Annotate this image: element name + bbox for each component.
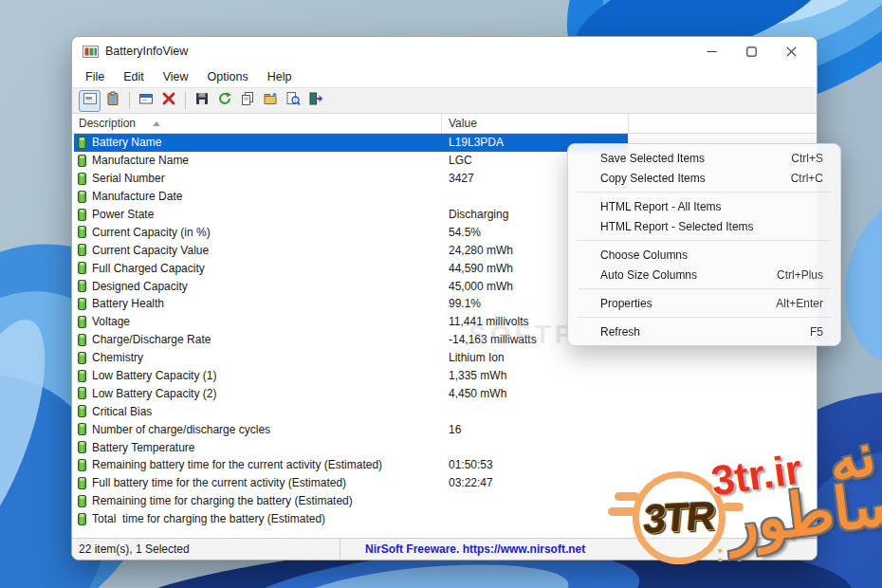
battery-icon [78, 495, 86, 507]
menubar-item-file[interactable]: File [76, 67, 114, 86]
table-row[interactable]: Battery Temperature [72, 438, 817, 456]
status-items-count: 22 item(s), 1 Selected [72, 539, 340, 560]
ctx-html-report-all-items[interactable]: HTML Report - All Items [568, 196, 840, 216]
battery-icon [78, 477, 86, 489]
battery-icon [78, 137, 86, 149]
toolbar-separator [185, 92, 186, 109]
menubar-item-edit[interactable]: Edit [114, 67, 154, 86]
row-value: 16 [442, 423, 461, 436]
coin-text: 3TR [642, 493, 716, 542]
ctx-item-label: HTML Report - All Items [600, 200, 722, 213]
context-menu-separator [578, 288, 831, 289]
row-description: Remaining time for charging the battery … [92, 494, 442, 507]
ctx-item-label: HTML Report - Selected Items [600, 220, 754, 233]
save-button[interactable] [191, 90, 212, 112]
save-icon [194, 91, 210, 110]
column-header-value[interactable]: Value [442, 114, 629, 133]
ctx-item-label: Choose Columns [600, 248, 688, 262]
app-battery-icon [83, 45, 99, 59]
row-value: Lithium Ion [442, 351, 505, 364]
ctx-properties[interactable]: PropertiesAlt+Enter [568, 293, 840, 313]
refresh-icon [217, 91, 232, 110]
row-value: 3427 [442, 172, 474, 185]
row-description: Manufacture Date [92, 190, 442, 203]
column-header-label: Description [79, 117, 136, 130]
table-row[interactable]: Low Battery Capacity (1)1,335 mWh [72, 367, 817, 385]
battery-icon [78, 370, 86, 382]
table-row[interactable]: ChemistryLithium Ion [72, 349, 817, 367]
ctx-save-selected-items[interactable]: Save Selected ItemsCtrl+S [568, 148, 840, 168]
battery-icon [78, 173, 86, 185]
menubar-item-help[interactable]: Help [258, 67, 302, 86]
clipboard-button[interactable] [101, 90, 123, 112]
context-menu-separator [578, 240, 831, 241]
ctx-copy-selected-items[interactable]: Copy Selected ItemsCtrl+C [568, 168, 840, 188]
battery-icon [78, 280, 86, 292]
row-description: Remaining battery time for the current a… [92, 458, 442, 471]
row-description: Designed Capacity [92, 280, 442, 293]
ctx-html-report-selected-items[interactable]: HTML Report - Selected Items [568, 216, 840, 236]
find-icon [285, 91, 301, 110]
row-description: Power State [92, 208, 442, 221]
ctx-auto-size-columns[interactable]: Auto Size ColumnsCtrl+Plus [568, 265, 840, 285]
sort-ascending-icon [153, 121, 160, 126]
row-description: Full Charged Capacity [92, 262, 442, 275]
row-value: L19L3PDA [442, 136, 504, 149]
row-description: Manufacture Name [92, 154, 442, 167]
table-row[interactable]: Number of charge/discharge cycles16 [72, 420, 817, 438]
menubar-item-view[interactable]: View [154, 67, 198, 86]
battery-icon [78, 262, 86, 274]
row-description: Full battery time for the current activi… [92, 476, 442, 489]
battery-icon [78, 209, 86, 221]
table-row[interactable]: Remaining battery time for the current a… [72, 456, 817, 474]
row-value: 03:22:47 [442, 476, 493, 489]
find-button[interactable] [282, 90, 303, 112]
ctx-item-label: Refresh [600, 325, 640, 339]
context-menu: Save Selected ItemsCtrl+SCopy Selected I… [567, 143, 841, 346]
battery-icon [78, 441, 86, 453]
row-description: Low Battery Capacity (2) [92, 387, 442, 400]
clipboard-icon [105, 91, 120, 110]
battery-icon [78, 405, 86, 417]
delete-button[interactable] [157, 90, 179, 112]
exit-icon [308, 91, 323, 110]
row-description: Current Capacity (in %) [92, 226, 442, 239]
row-value: 4,450 mWh [442, 387, 506, 400]
row-value: 44,590 mWh [442, 262, 513, 275]
exit-button[interactable] [304, 90, 326, 112]
row-description: Total time for charging the battery (Est… [92, 512, 442, 525]
column-header-description[interactable]: Description [72, 114, 442, 133]
ctx-choose-columns[interactable]: Choose Columns [568, 245, 840, 265]
coin-dash-decoration [615, 492, 639, 501]
title-bar[interactable]: BatteryInfoView [72, 37, 817, 65]
list-header: Description Value [72, 114, 817, 134]
properties-button[interactable] [259, 90, 281, 112]
properties-window-button[interactable] [135, 90, 156, 112]
refresh-button[interactable] [213, 90, 235, 112]
column-header-label: Value [449, 117, 477, 130]
ctx-item-shortcut: Ctrl+Plus [777, 268, 823, 282]
row-description: Charge/Discharge Rate [92, 333, 442, 346]
row-description: Battery Name [92, 136, 442, 149]
battery-icon [78, 352, 86, 364]
report-item-icon [83, 91, 98, 110]
row-description: Voltage [92, 315, 442, 328]
copy-button[interactable] [236, 90, 258, 112]
status-nirsoft-link[interactable]: NirSoft Freeware. https://www.nirsoft.ne… [340, 539, 585, 560]
maximize-button[interactable] [731, 38, 771, 64]
minimize-button[interactable] [691, 38, 731, 64]
ctx-item-shortcut: F5 [810, 325, 823, 339]
report-selected-button[interactable] [79, 90, 101, 112]
coin-dash-decoration [608, 507, 638, 516]
battery-icon [78, 513, 86, 525]
table-row[interactable]: Low Battery Capacity (2)4,450 mWh [72, 384, 817, 402]
menubar-item-options[interactable]: Options [198, 67, 258, 86]
properties-window-icon [138, 91, 154, 110]
battery-icon [78, 334, 86, 346]
row-value: 24,280 mWh [442, 244, 513, 257]
close-button[interactable] [771, 38, 811, 64]
toolbar-separator [129, 92, 130, 109]
table-row[interactable]: Critical Bias [72, 402, 817, 420]
ctx-refresh[interactable]: RefreshF5 [568, 322, 840, 341]
context-menu-separator [578, 317, 831, 318]
